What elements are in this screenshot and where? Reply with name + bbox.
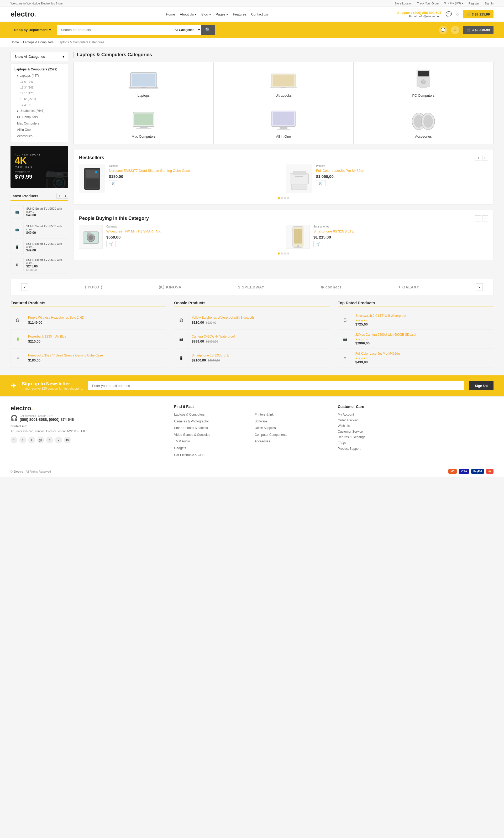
latest-prev-button[interactable]: ‹ [56, 193, 62, 198]
sidebar-cat-pc[interactable]: PC Computers [11, 114, 68, 120]
brands-next-button[interactable]: › [476, 283, 483, 291]
googleplus-icon[interactable]: g+ [37, 437, 44, 443]
pb-name-2[interactable]: Smartphone 6S 32GB LTE [313, 229, 354, 234]
footer-link-printers-ink[interactable]: Printers & Ink [255, 412, 330, 418]
nav-contact[interactable]: Contact Us [251, 12, 268, 16]
footer-link-faqs[interactable]: FAQs [338, 440, 493, 446]
bestseller-add-cart-1[interactable]: 🛒 [109, 180, 119, 186]
sign-in-link[interactable]: Sign In [485, 2, 493, 5]
toprated-name-3[interactable]: Full Color LaserJet Pro M452dn [356, 352, 400, 356]
message-icon[interactable]: 💬 [439, 26, 447, 34]
sidebar-cat-11[interactable]: 11.6" (241) [11, 79, 68, 85]
category-mac-computers[interactable]: Mac Computers [74, 103, 213, 144]
sidebar-cat-13[interactable]: 13.3" (248) [11, 85, 68, 90]
nav-features[interactable]: Features [233, 12, 246, 16]
category-all-in-one[interactable]: All in One [214, 103, 353, 144]
nav-pages[interactable]: Pages ▾ [216, 12, 228, 16]
heart-icon[interactable]: ♡ [451, 26, 460, 34]
newsletter-email-input[interactable] [88, 381, 464, 390]
latest-name-2[interactable]: SUHD Smart TV J9500 with curv... [26, 225, 68, 231]
vimeo-icon[interactable]: v [55, 437, 62, 443]
brand-connect[interactable]: ⊕ connect [321, 285, 342, 289]
footer-link-order-tracking[interactable]: Order Tracking [338, 418, 493, 423]
sidebar-cat-14[interactable]: 14.1" (173) [11, 90, 68, 96]
brands-prev-button[interactable]: ‹ [21, 283, 28, 291]
bestsellers-next-button[interactable]: › [482, 155, 488, 161]
sidebar-cat-accesories[interactable]: Accesories [11, 133, 68, 139]
cart-button[interactable]: 🛒 3 $3 215,99 [463, 10, 493, 18]
track-order[interactable]: Track Your Order [417, 2, 439, 5]
category-laptops[interactable]: Laptops [74, 62, 213, 103]
onsale-name-1[interactable]: Yellow Earphones Waterproof with Bluetoo… [192, 316, 254, 320]
toprated-name-2[interactable]: 22Mps Camera 6200U with 500GB SDcard [356, 333, 416, 337]
footer-link-smartphones[interactable]: Smart Phones & Tablets [174, 425, 249, 431]
pb-add-cart-2[interactable]: 🛒 [313, 241, 323, 247]
sidebar-cat-mac[interactable]: Mac Computers [11, 120, 68, 127]
brand-yoko[interactable]: ⟨ YOKO ⟩ [85, 285, 102, 289]
bestseller-name-1[interactable]: Nerocool EN52377 Dead Silence Gaming Cub… [109, 169, 190, 173]
search-input[interactable] [57, 25, 170, 35]
footer-link-software[interactable]: Software [255, 419, 330, 424]
latest-name-4[interactable]: SUHD Smart TV J9500 with curv... [26, 258, 68, 264]
brand-galaxy[interactable]: ✦ GALAXY [398, 285, 419, 289]
footer-link-office-supplies[interactable]: Office Supplies [255, 425, 330, 431]
brand-speedway[interactable]: S SPEEDWAY [238, 285, 264, 289]
sidebar-cat-laptops[interactable]: ▸ Laptops (447) [11, 72, 68, 79]
featured-name-3[interactable]: Nerocool EN52377 Dead Silence Gaming Cub… [28, 354, 103, 358]
footer-link-product-support[interactable]: Product Support [338, 446, 493, 452]
dot-4[interactable] [287, 197, 289, 199]
sidebar-cat-ultrabooks[interactable]: ▸ Ultrabooks (2641) [11, 108, 68, 114]
rss-icon[interactable]: r [28, 437, 35, 443]
onsale-name-3[interactable]: Smartphone 6S 32GB LTE [192, 354, 229, 358]
featured-name-2[interactable]: Powerbank 1130 mAh Blue [28, 335, 66, 339]
footer-link-computer-components[interactable]: Computer Components [255, 432, 330, 438]
toprated-name-1[interactable]: Smartwatch 2.0 LTE Wifi Waterproof [356, 314, 406, 318]
footer-link-car-electronic[interactable]: Car Electronic & GPS [174, 452, 249, 458]
nav-about[interactable]: About Us ▾ [180, 12, 197, 16]
pb-dot-2[interactable] [281, 252, 283, 255]
store-locator[interactable]: Store Locator [395, 2, 412, 5]
footer-link-gadgets[interactable]: Gadgets [174, 446, 249, 451]
featured-name-1[interactable]: Purple Wireless Headphones Solo 2 HD [28, 316, 84, 320]
breadcrumb-parent[interactable]: Laptops & Computers [23, 40, 54, 44]
footer-link-video-games[interactable]: Video Games & Consoles [174, 432, 249, 438]
latest-next-button[interactable]: › [63, 193, 68, 198]
people-buying-next-button[interactable]: › [482, 215, 488, 222]
footer-link-my-account[interactable]: My Account [338, 412, 493, 418]
brand-kinova[interactable]: ⟨K⟩ KINOVA [159, 285, 181, 289]
register-link[interactable]: Register [469, 2, 479, 5]
pb-dot-4[interactable] [287, 252, 289, 255]
latest-name-1[interactable]: SUHD Smart TV J9500 with curv... [26, 207, 68, 213]
facebook-icon[interactable]: f [11, 437, 17, 443]
pb-dot-3[interactable] [284, 252, 286, 255]
linkedin-icon[interactable]: in [64, 437, 71, 443]
nav-home[interactable]: Home [166, 12, 175, 16]
chat-icon[interactable]: 💬 [446, 11, 452, 17]
latest-name-3[interactable]: SUHD Smart TV J9500 with curv... [26, 242, 68, 248]
footer-link-cameras[interactable]: Cameras & Photography [174, 419, 249, 424]
footer-link-returns[interactable]: Returns / Exchange [338, 435, 493, 440]
footer-link-customer-service[interactable]: Customer Service [338, 429, 493, 435]
sidebar-cat-17[interactable]: 17.3" (8) [11, 102, 68, 108]
search-button[interactable]: 🔍 [201, 25, 215, 35]
wishlist-icon[interactable]: ♡ [455, 11, 460, 17]
nav-blog[interactable]: Blog ▾ [201, 12, 211, 16]
people-buying-prev-button[interactable]: ‹ [475, 215, 481, 222]
dot-2[interactable] [281, 197, 283, 199]
newsletter-signup-button[interactable]: Sign Up [469, 381, 493, 390]
category-pc-computers[interactable]: PC Computers [354, 62, 493, 103]
pb-add-cart-1[interactable]: 🛒 [106, 241, 116, 247]
dot-1[interactable] [278, 197, 280, 199]
footer-link-tv-audio[interactable]: TV & Audio [174, 439, 249, 444]
sidebar-cat-allinone[interactable]: All in One [11, 127, 68, 133]
cart-icon-button[interactable]: 🛒 3 $3 215.99 [463, 26, 493, 34]
bestseller-add-cart-2[interactable]: 🛒 [316, 180, 325, 186]
show-all-categories-button[interactable]: Show All Categories ▾ [11, 52, 68, 61]
footer-phone[interactable]: (800) 8001-8588, (0600) 874 548 [20, 417, 74, 422]
category-dropdown[interactable]: All Categories Laptops Computers Cameras… [170, 25, 201, 35]
bestsellers-prev-button[interactable]: ‹ [475, 155, 481, 161]
shop-by-department-button[interactable]: Shop by Department ▾ [11, 26, 55, 34]
dot-3[interactable] [284, 197, 286, 199]
pb-name-1[interactable]: Widescreen NX Mini F1 SMART NX [106, 229, 161, 234]
category-accesories[interactable]: Accesories [354, 103, 493, 144]
